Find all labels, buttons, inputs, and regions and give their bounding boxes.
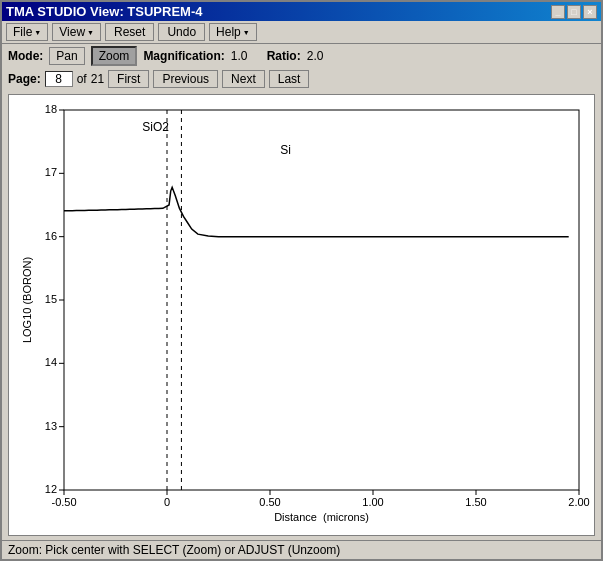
page-nav: Page: of 21 First Previous Next Last <box>2 68 601 90</box>
of-label: of <box>77 72 87 86</box>
previous-button[interactable]: Previous <box>153 70 218 88</box>
next-button[interactable]: Next <box>222 70 265 88</box>
mode-toolbar: Mode: Pan Zoom Magnification: 1.0 Ratio:… <box>2 44 601 68</box>
ratio-label: Ratio: <box>267 49 301 63</box>
reset-button[interactable]: Reset <box>105 23 154 41</box>
title-bar: TMA STUDIO View: TSUPREM-4 _ □ × <box>2 2 601 21</box>
help-menu[interactable]: Help <box>209 23 257 41</box>
last-button[interactable]: Last <box>269 70 310 88</box>
view-menu[interactable]: View <box>52 23 101 41</box>
close-button[interactable]: × <box>583 5 597 19</box>
page-input[interactable] <box>45 71 73 87</box>
chart-area <box>8 94 595 536</box>
minimize-button[interactable]: _ <box>551 5 565 19</box>
ratio-value: 2.0 <box>307 49 337 63</box>
chart-canvas <box>9 95 594 535</box>
total-pages: 21 <box>91 72 104 86</box>
main-window: TMA STUDIO View: TSUPREM-4 _ □ × File Vi… <box>0 0 603 561</box>
status-text: Zoom: Pick center with SELECT (Zoom) or … <box>8 543 340 557</box>
zoom-button[interactable]: Zoom <box>91 46 138 66</box>
magnification-label: Magnification: <box>143 49 224 63</box>
menu-bar: File View Reset Undo Help <box>2 21 601 44</box>
window-controls: _ □ × <box>551 5 597 19</box>
pan-button[interactable]: Pan <box>49 47 84 65</box>
maximize-button[interactable]: □ <box>567 5 581 19</box>
undo-button[interactable]: Undo <box>158 23 205 41</box>
file-menu[interactable]: File <box>6 23 48 41</box>
page-label: Page: <box>8 72 41 86</box>
title-text: TMA STUDIO View: TSUPREM-4 <box>6 4 202 19</box>
status-bar: Zoom: Pick center with SELECT (Zoom) or … <box>2 540 601 559</box>
first-button[interactable]: First <box>108 70 149 88</box>
magnification-value: 1.0 <box>231 49 261 63</box>
mode-label: Mode: <box>8 49 43 63</box>
